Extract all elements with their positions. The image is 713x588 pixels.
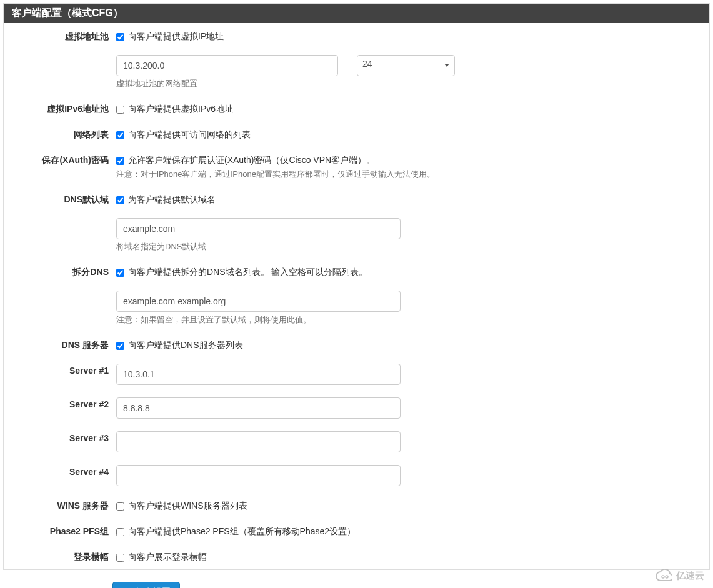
panel-title: 客户端配置（模式CFG） [4, 4, 709, 23]
label-server-3: Server #3 [7, 431, 116, 452]
checkbox-label-wins-servers: 向客户端提供WINS服务器列表 [128, 501, 247, 512]
label-network-list: 网络列表 [7, 127, 116, 141]
label-dns-default-domain: DNS默认域 [7, 192, 116, 206]
save-button[interactable]: 保存设置 [112, 582, 180, 588]
checkbox-label-save-xauth: 允许客户端保存扩展认证(XAuth)密码（仅Cisco VPN客户端）。 [128, 155, 375, 166]
panel-body: 虚拟地址池 向客户端提供虚拟IP地址 24 虚拟地址池的网络配置 [4, 23, 709, 569]
label-wins-servers: WINS 服务器 [7, 499, 116, 512]
input-split-dns[interactable] [116, 291, 401, 312]
button-area: 保存设置 [0, 573, 713, 588]
checkbox-label-split-dns: 向客户端提供拆分的DNS域名列表。 输入空格可以分隔列表。 [128, 267, 367, 278]
help-dns-default-domain: 将域名指定为DNS默认域 [116, 241, 700, 252]
checkbox-label-network-list: 向客户端提供可访问网络的列表 [128, 129, 251, 141]
label-dns-servers: DNS 服务器 [7, 338, 116, 351]
cloud-icon [655, 569, 672, 582]
checkbox-save-xauth[interactable] [116, 157, 124, 165]
svg-point-1 [666, 576, 668, 578]
client-config-panel: 客户端配置（模式CFG） 虚拟地址池 向客户端提供虚拟IP地址 24 [3, 3, 710, 570]
select-virtual-pool-prefix[interactable]: 24 [357, 55, 455, 76]
checkbox-wins-servers[interactable] [116, 502, 124, 511]
label-login-banner: 登录横幅 [7, 550, 116, 563]
input-server-3[interactable] [116, 431, 401, 452]
note-save-xauth: 注意：对于iPhone客户端，通过iPhone配置实用程序部署时，仅通过手动输入… [116, 169, 700, 180]
checkbox-virtual-ipv6-pool[interactable] [116, 106, 124, 114]
watermark: 亿速云 [655, 569, 704, 582]
watermark-text: 亿速云 [676, 570, 704, 582]
input-virtual-pool-ip[interactable] [116, 55, 338, 76]
checkbox-network-list[interactable] [116, 131, 124, 139]
label-server-2: Server #2 [7, 397, 116, 419]
input-dns-default-domain[interactable] [116, 218, 401, 239]
checkbox-label-phase2-pfs: 向客户端提供Phase2 PFS组（覆盖所有移动Phase2设置） [128, 526, 356, 537]
label-virtual-pool: 虚拟地址池 [7, 29, 116, 42]
label-split-dns: 拆分DNS [7, 265, 116, 278]
label-server-4: Server #4 [7, 465, 116, 486]
checkbox-dns-default-domain[interactable] [116, 196, 124, 204]
help-virtual-pool: 虚拟地址池的网络配置 [116, 78, 700, 89]
checkbox-virtual-pool[interactable] [116, 33, 124, 41]
note-split-dns: 注意：如果留空，并且设置了默认域，则将使用此值。 [116, 314, 700, 326]
checkbox-label-dns-default-domain: 为客户端提供默认域名 [128, 194, 216, 206]
label-phase2-pfs: Phase2 PFS组 [7, 524, 116, 537]
svg-point-0 [662, 576, 664, 578]
label-virtual-ipv6-pool: 虚拟IPv6地址池 [7, 102, 116, 115]
input-server-4[interactable] [116, 465, 401, 486]
checkbox-label-login-banner: 向客户展示登录横幅 [128, 552, 207, 563]
checkbox-split-dns[interactable] [116, 269, 124, 277]
checkbox-phase2-pfs[interactable] [116, 528, 124, 536]
input-server-2[interactable] [116, 397, 401, 419]
label-save-xauth: 保存(XAuth)密码 [7, 153, 116, 180]
checkbox-login-banner[interactable] [116, 554, 124, 562]
label-server-1: Server #1 [7, 364, 116, 385]
chevron-down-icon [444, 64, 449, 67]
checkbox-dns-servers[interactable] [116, 342, 124, 350]
checkbox-label-virtual-pool: 向客户端提供虚拟IP地址 [128, 31, 224, 42]
checkbox-label-dns-servers: 向客户端提供DNS服务器列表 [128, 340, 243, 351]
checkbox-label-virtual-ipv6-pool: 向客户端提供虚拟IPv6地址 [128, 104, 233, 115]
input-server-1[interactable] [116, 364, 401, 385]
